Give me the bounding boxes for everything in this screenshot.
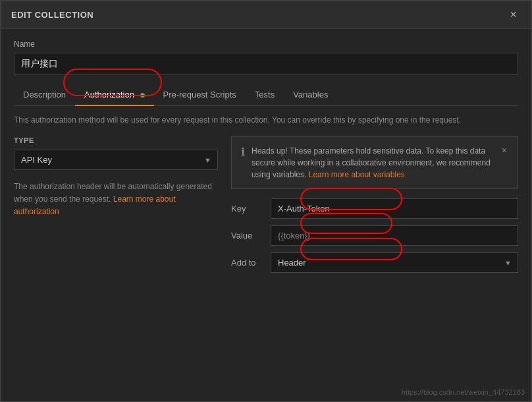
tabs-bar: Description Authorization Pre-request Sc… <box>14 84 518 106</box>
key-input[interactable] <box>271 198 518 219</box>
addto-row: Add to Header Query Params ▼ <box>231 252 518 273</box>
auth-description: This authorization method will be used f… <box>14 114 518 126</box>
warning-box: ℹ Heads up! These parameters hold sensit… <box>231 136 518 189</box>
value-label: Value <box>231 231 271 241</box>
left-panel: TYPE No Auth API Key API Key Bearer Toke… <box>14 136 218 279</box>
close-button[interactable]: × <box>506 7 521 22</box>
warning-text: Heads up! These parameters hold sensitiv… <box>252 145 494 181</box>
tab-authorization[interactable]: Authorization <box>75 84 154 106</box>
watermark: https://blog.csdn.net/weixin_44732183 <box>402 388 525 396</box>
modal-body: Name Description Authorization Pre-reque… <box>1 29 531 290</box>
value-input[interactable] <box>271 225 518 246</box>
addto-select[interactable]: Header Query Params <box>271 252 518 273</box>
key-row: Key <box>231 198 518 219</box>
type-select[interactable]: No Auth API Key API Key Bearer Token Bas… <box>14 150 218 170</box>
auth-info-text: The authorization header will be automat… <box>14 181 218 219</box>
tab-pre-request[interactable]: Pre-request Scripts <box>154 84 246 106</box>
tab-description[interactable]: Description <box>14 84 75 106</box>
modal-title: EDIT COLLECTION <box>11 10 93 20</box>
modal-header: EDIT COLLECTION × <box>1 1 531 29</box>
right-panel: ℹ Heads up! These parameters hold sensit… <box>231 136 518 279</box>
authorization-dot <box>140 93 145 98</box>
edit-collection-modal: EDIT COLLECTION × Name Description Autho… <box>0 0 532 402</box>
info-icon: ℹ <box>241 146 245 158</box>
warning-close-button[interactable]: × <box>500 145 508 156</box>
value-row: Value <box>231 225 518 246</box>
collection-name-input[interactable] <box>14 53 518 75</box>
tab-variables[interactable]: Variables <box>284 84 337 106</box>
key-label: Key <box>231 204 271 214</box>
addto-select-wrapper: Header Query Params ▼ <box>271 252 518 273</box>
tab-tests[interactable]: Tests <box>246 84 284 106</box>
name-label: Name <box>14 40 518 49</box>
addto-label: Add to <box>231 258 271 268</box>
type-select-wrapper: No Auth API Key API Key Bearer Token Bas… <box>14 150 218 170</box>
content-area: TYPE No Auth API Key API Key Bearer Toke… <box>14 136 518 279</box>
learn-more-variables-link[interactable]: Learn more about variables <box>309 170 405 179</box>
type-label: TYPE <box>14 136 218 144</box>
